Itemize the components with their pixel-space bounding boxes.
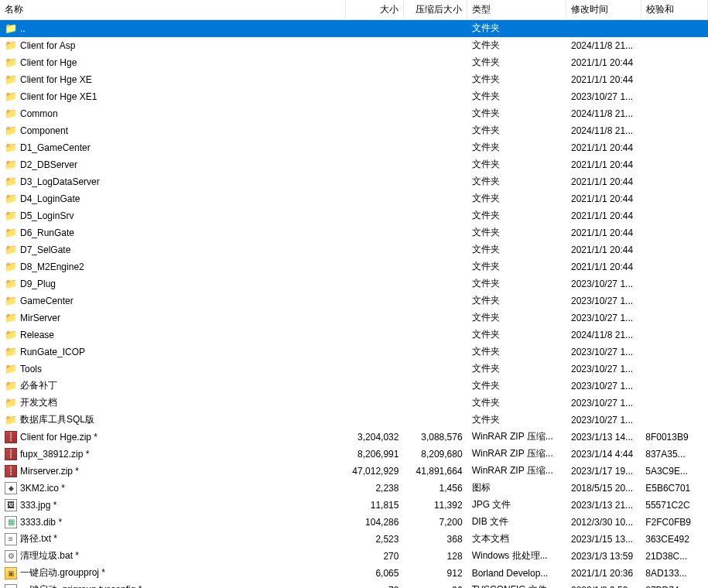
file-row[interactable]: D8_M2Engine2文件夹2021/1/1 20:44 <box>0 258 708 275</box>
file-size: 270 <box>345 548 403 565</box>
file-crc <box>641 88 707 105</box>
file-modified: 2023/10/27 1... <box>566 412 641 429</box>
file-modified: 2023/10/27 1... <box>566 275 641 292</box>
file-name: D2_DBServer <box>20 159 77 170</box>
file-type: 文件夹 <box>467 71 566 88</box>
file-packed-size <box>403 292 467 309</box>
column-header-size[interactable]: 大小 <box>345 0 403 20</box>
file-modified: 2021/1/1 20:44 <box>566 54 641 71</box>
file-row[interactable]: D9_Plug文件夹2023/10/27 1... <box>0 275 708 292</box>
file-row[interactable]: Client for Hge文件夹2021/1/1 20:44 <box>0 54 708 71</box>
file-row[interactable]: Mirserver.zip *47,012,92941,891,664WinRA… <box>0 463 708 480</box>
file-modified: 2021/1/1 20:44 <box>566 241 641 258</box>
file-row[interactable]: D7_SelGate文件夹2021/1/1 20:44 <box>0 241 708 258</box>
file-row[interactable]: RunGate_ICOP文件夹2023/10/27 1... <box>0 344 708 361</box>
file-packed-size <box>403 122 467 139</box>
file-packed-size <box>403 139 467 156</box>
column-header-name[interactable]: 名称 <box>0 0 345 20</box>
file-type: 文件夹 <box>467 20 566 37</box>
file-row[interactable]: 必备补丁文件夹2023/10/27 1... <box>0 378 708 395</box>
file-type: 文件夹 <box>467 344 566 361</box>
file-row[interactable]: Component文件夹2024/11/8 21... <box>0 122 708 139</box>
file-size <box>345 309 403 326</box>
file-size: 47,012,929 <box>345 463 403 480</box>
file-row[interactable]: Client for Hge XE1文件夹2023/10/27 1... <box>0 88 708 105</box>
file-row[interactable]: 数据库工具SQL版文件夹2023/10/27 1... <box>0 412 708 429</box>
file-row[interactable]: Client for Hge XE文件夹2021/1/1 20:44 <box>0 71 708 88</box>
file-crc <box>641 37 707 54</box>
file-crc: E5B6C701 <box>641 480 707 497</box>
folder-icon <box>5 193 17 205</box>
column-header-type[interactable]: 类型 <box>467 0 566 20</box>
file-crc <box>641 412 707 429</box>
file-row[interactable]: Release文件夹2024/11/8 21... <box>0 326 708 344</box>
file-size <box>345 275 403 292</box>
file-modified: 2018/5/15 20... <box>566 480 641 497</box>
file-crc <box>641 361 707 378</box>
file-type: 图标 <box>467 480 566 497</box>
file-type: 文件夹 <box>467 241 566 258</box>
file-size <box>345 122 403 139</box>
file-size <box>345 71 403 88</box>
folder-icon <box>5 159 17 171</box>
file-type: 文件夹 <box>467 207 566 224</box>
file-row[interactable]: fupx_38912.zip *8,206,9918,209,680WinRAR… <box>0 446 708 463</box>
file-row[interactable]: Client for Asp文件夹2024/11/8 21... <box>0 37 708 54</box>
file-row[interactable]: 一键启动_prjgroup.tvsconfig *7296TVSCONFIG 文… <box>0 582 708 589</box>
file-packed-size: 8,209,680 <box>403 446 467 463</box>
file-crc <box>641 275 707 292</box>
file-name: 必备补丁 <box>20 379 57 392</box>
file-row[interactable]: ..文件夹 <box>0 20 708 37</box>
file-crc <box>641 156 707 173</box>
file-row[interactable]: 一键启动.groupproj *6,065912Borland Develop.… <box>0 565 708 582</box>
file-row[interactable]: D4_LoginGate文件夹2021/1/1 20:44 <box>0 190 708 207</box>
file-name: D4_LoginGate <box>20 193 80 204</box>
file-row[interactable]: MirServer文件夹2023/10/27 1... <box>0 309 708 326</box>
file-row[interactable]: D1_GameCenter文件夹2021/1/1 20:44 <box>0 139 708 156</box>
file-crc <box>641 395 707 412</box>
file-row[interactable]: Client for Hge.zip *3,204,0323,088,576Wi… <box>0 429 708 446</box>
file-packed-size: 912 <box>403 565 467 582</box>
file-row[interactable]: D6_RunGate文件夹2021/1/1 20:44 <box>0 224 708 241</box>
file-type: 文件夹 <box>467 88 566 105</box>
folder-icon <box>5 142 17 154</box>
file-row[interactable]: D3_LogDataServer文件夹2021/1/1 20:44 <box>0 173 708 190</box>
file-row[interactable]: GameCenter文件夹2023/10/27 1... <box>0 292 708 309</box>
file-name: fupx_38912.zip * <box>20 449 89 460</box>
folder-icon <box>5 74 17 86</box>
file-crc <box>641 54 707 71</box>
file-crc <box>641 258 707 275</box>
column-header-modified[interactable]: 修改时间 <box>566 0 641 20</box>
file-row[interactable]: D5_LoginSrv文件夹2021/1/1 20:44 <box>0 207 708 224</box>
file-row[interactable]: 3333.dib *104,2867,200DIB 文件2012/3/30 10… <box>0 514 708 531</box>
file-name: Common <box>20 108 58 119</box>
file-packed-size: 1,456 <box>403 480 467 497</box>
file-packed-size <box>403 156 467 173</box>
file-row[interactable]: 路径.txt *2,523368文本文档2023/1/15 13...363CE… <box>0 531 708 548</box>
file-row[interactable]: Tools文件夹2023/10/27 1... <box>0 361 708 378</box>
file-packed-size <box>403 190 467 207</box>
file-type: Borland Develop... <box>467 565 566 582</box>
file-packed-size <box>403 275 467 292</box>
file-crc: F2FC0FB9 <box>641 514 707 531</box>
file-row[interactable]: Common文件夹2024/11/8 21... <box>0 105 708 122</box>
column-header-packed[interactable]: 压缩后大小 <box>403 0 467 20</box>
column-header-crc[interactable]: 校验和 <box>641 0 707 20</box>
file-modified: 2024/11/8 21... <box>566 37 641 54</box>
file-type: 文件夹 <box>467 190 566 207</box>
groupproj-icon <box>5 567 17 579</box>
file-modified: 2021/1/1 20:36 <box>566 565 641 582</box>
file-modified: 2023/1/13 21... <box>566 497 641 514</box>
file-modified: 2023/10/27 1... <box>566 309 641 326</box>
bat-icon <box>5 550 17 562</box>
folder-icon <box>5 414 17 426</box>
folder-icon <box>5 39 17 52</box>
file-row[interactable]: 333.jpg *11,81511,392JPG 文件2023/1/13 21.… <box>0 497 708 514</box>
file-packed-size <box>403 326 467 344</box>
file-row[interactable]: 开发文档文件夹2023/10/27 1... <box>0 395 708 412</box>
file-row[interactable]: 清理垃圾.bat *270128Windows 批处理...2023/1/3 1… <box>0 548 708 565</box>
file-row[interactable]: D2_DBServer文件夹2021/1/1 20:44 <box>0 156 708 173</box>
file-size <box>345 105 403 122</box>
file-packed-size: 368 <box>403 531 467 548</box>
file-row[interactable]: 3KM2.ico *2,2381,456图标2018/5/15 20...E5B… <box>0 480 708 497</box>
